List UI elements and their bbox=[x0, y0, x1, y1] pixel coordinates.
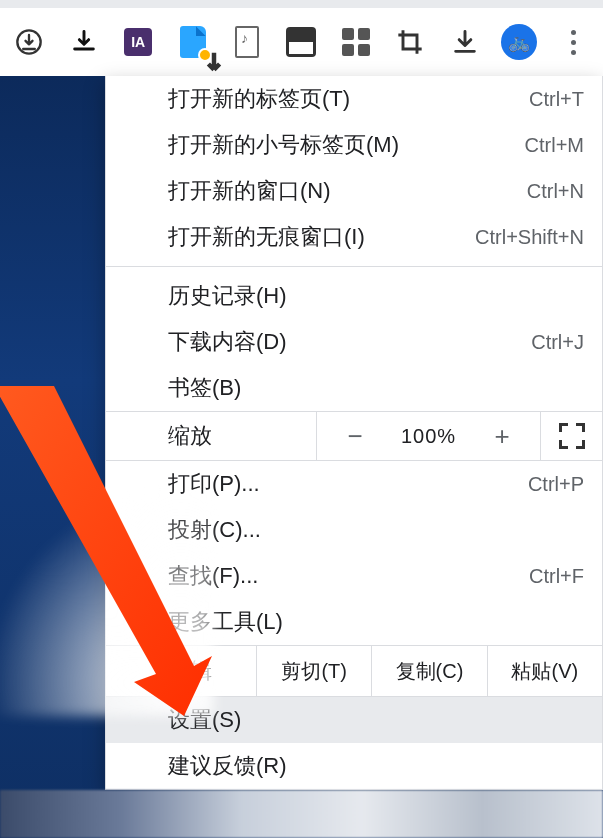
ext-download-circle-icon[interactable] bbox=[2, 8, 56, 76]
edit-paste-button[interactable]: 粘贴(V) bbox=[487, 646, 602, 696]
menu-new-tab[interactable]: 打开新的标签页(T) Ctrl+T bbox=[106, 76, 602, 122]
zoom-out-button[interactable]: − bbox=[337, 421, 373, 452]
ext-apps-grid-icon[interactable] bbox=[329, 8, 383, 76]
menu-item-label: 下载内容(D) bbox=[168, 327, 287, 357]
menu-item-label: 打开新的标签页(T) bbox=[168, 84, 350, 114]
edit-cut-button[interactable]: 剪切(T) bbox=[256, 646, 371, 696]
chrome-main-menu: 打开新的标签页(T) Ctrl+T 打开新的小号标签页(M) Ctrl+M 打开… bbox=[105, 76, 603, 790]
menu-history[interactable]: 历史记录(H) bbox=[106, 273, 602, 319]
ext-download-arrow-icon[interactable] bbox=[438, 8, 492, 76]
menu-item-shortcut: Ctrl+P bbox=[528, 473, 584, 496]
menu-item-shortcut: Ctrl+F bbox=[529, 565, 584, 588]
edit-copy-button[interactable]: 复制(C) bbox=[371, 646, 486, 696]
fullscreen-icon bbox=[559, 423, 585, 449]
menu-item-shortcut: Ctrl+N bbox=[527, 180, 584, 203]
menu-feedback[interactable]: 建议反馈(R) bbox=[106, 743, 602, 789]
chrome-menu-button[interactable] bbox=[547, 8, 601, 76]
menu-item-label: 更多工具(L) bbox=[168, 607, 283, 637]
menu-item-label: 设置(S) bbox=[168, 705, 241, 735]
zoom-in-button[interactable]: + bbox=[484, 421, 520, 452]
menu-find[interactable]: 查找(F)... Ctrl+F bbox=[106, 553, 602, 599]
menu-item-shortcut: Ctrl+M bbox=[525, 134, 584, 157]
ext-save-page-icon[interactable] bbox=[165, 8, 219, 76]
menu-item-label: 建议反馈(R) bbox=[168, 751, 287, 781]
menu-item-label: 打开新的窗口(N) bbox=[168, 176, 331, 206]
ext-download-tray-icon[interactable] bbox=[56, 8, 110, 76]
menu-bookmarks[interactable]: 书签(B) bbox=[106, 365, 602, 411]
menu-item-label: 打开新的无痕窗口(I) bbox=[168, 222, 365, 252]
menu-new-window[interactable]: 打开新的窗口(N) Ctrl+N bbox=[106, 168, 602, 214]
menu-edit-label: 编辑 bbox=[106, 646, 256, 696]
menu-downloads[interactable]: 下载内容(D) Ctrl+J bbox=[106, 319, 602, 365]
menu-zoom-controls: − 100% + bbox=[316, 412, 540, 460]
menu-zoom-row: 缩放 − 100% + bbox=[106, 411, 602, 461]
menu-item-label: 历史记录(H) bbox=[168, 281, 287, 311]
zoom-percent: 100% bbox=[401, 425, 456, 448]
window-frame-top bbox=[0, 0, 603, 8]
bottom-blur-strip bbox=[0, 790, 603, 838]
menu-item-shortcut: Ctrl+J bbox=[531, 331, 584, 354]
fullscreen-button[interactable] bbox=[540, 412, 602, 460]
menu-item-label: 投射(C)... bbox=[168, 515, 261, 545]
ext-crop-icon[interactable] bbox=[383, 8, 437, 76]
menu-zoom-label: 缩放 bbox=[106, 412, 316, 460]
ext-picture-icon[interactable] bbox=[274, 8, 328, 76]
menu-more-tools[interactable]: 更多工具(L) bbox=[106, 599, 602, 645]
profile-avatar-icon[interactable]: 🚲 bbox=[492, 8, 546, 76]
ext-music-note-icon[interactable] bbox=[220, 8, 274, 76]
menu-edit-row: 编辑 剪切(T) 复制(C) 粘贴(V) bbox=[106, 645, 602, 697]
menu-item-shortcut: Ctrl+T bbox=[529, 88, 584, 111]
extension-toolbar: IA 🚲 bbox=[0, 8, 603, 76]
menu-item-shortcut: Ctrl+Shift+N bbox=[475, 226, 584, 249]
menu-item-label: 书签(B) bbox=[168, 373, 241, 403]
menu-settings[interactable]: 设置(S) bbox=[106, 697, 602, 743]
menu-incognito-window[interactable]: 打开新的无痕窗口(I) Ctrl+Shift+N bbox=[106, 214, 602, 260]
menu-item-label: 打印(P)... bbox=[168, 469, 260, 499]
ext-ia-badge-icon[interactable]: IA bbox=[111, 8, 165, 76]
menu-print[interactable]: 打印(P)... Ctrl+P bbox=[106, 461, 602, 507]
menu-new-small-tab[interactable]: 打开新的小号标签页(M) Ctrl+M bbox=[106, 122, 602, 168]
menu-item-label: 查找(F)... bbox=[168, 561, 258, 591]
menu-separator bbox=[106, 266, 602, 267]
menu-cast[interactable]: 投射(C)... bbox=[106, 507, 602, 553]
menu-item-label: 打开新的小号标签页(M) bbox=[168, 130, 399, 160]
